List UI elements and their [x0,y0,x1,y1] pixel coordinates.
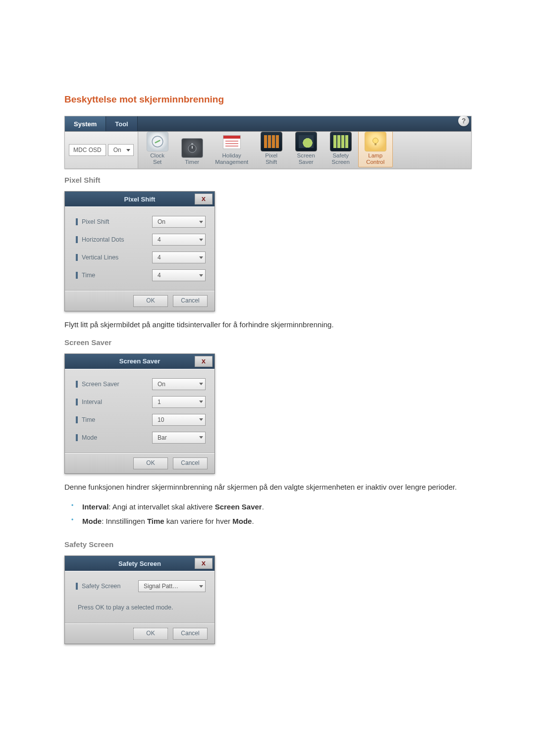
timer-button[interactable]: Timer [175,137,210,167]
holiday-label: Holiday Management [215,152,248,165]
lamp-icon [365,132,386,151]
label-safety-screen: Safety Screen [82,583,138,590]
toolbar-left-group: MDC OSD On [65,132,138,168]
timer-label: Timer [185,159,199,165]
bullet-mode-mid: kan variere for hver [164,517,233,525]
help-icon[interactable]: ? [458,115,469,126]
lamp-control-label: Lamp Control [366,152,384,165]
safety-screen-label: Safety Screen [331,152,349,165]
screen-saver-bullets: Interval: Angi at intervallet skal aktiv… [64,500,471,528]
screen-saver-title-text: Screen Saver [119,357,160,365]
select-interval[interactable]: 1 [152,396,206,408]
ok-button[interactable]: OK [133,457,168,469]
mdc-osd-select[interactable]: On [108,144,134,156]
safety-screen-dialog-body: Safety Screen Signal Patt… Press OK to p… [65,571,214,623]
holiday-management-button[interactable]: Holiday Management [210,131,254,167]
select-safety-screen[interactable]: Signal Patt… [138,580,206,592]
tick-icon [76,583,78,590]
screen-saver-dialog: Screen Saver x Screen Saver On Interval … [64,353,215,474]
bullet-mode-bold3: Mode [232,517,252,525]
row-vertical-lines: Vertical Lines 4 [76,252,206,263]
row-mode: Mode Bar [76,432,206,444]
select-horizontal-dots[interactable]: 4 [152,234,206,246]
timer-icon [181,138,203,158]
bullet-interval: Interval: Angi at intervallet skal aktiv… [68,500,471,514]
row-time: Time 10 [76,414,206,426]
tick-icon [76,416,78,423]
safety-screen-dialog-footer: OK Cancel [65,623,214,644]
bullet-interval-tail: . [262,503,264,511]
select-time[interactable]: 10 [152,414,206,426]
bullet-mode-bold: Mode [82,517,102,525]
row-screen-saver: Screen Saver On [76,378,206,390]
row-time: Time 4 [76,269,206,281]
pixel-shift-dialog-title: Pixel Shift x [65,192,214,206]
screen-saver-button[interactable]: Screen Saver [289,130,323,167]
label-vertical-lines: Vertical Lines [82,254,152,261]
label-horizontal-dots: Horizontal Dots [82,236,152,243]
select-pixel-shift[interactable]: On [152,216,206,228]
svg-rect-4 [374,143,376,145]
cancel-button[interactable]: Cancel [173,457,208,469]
close-icon[interactable]: x [195,558,213,569]
clock-set-button[interactable]: Clock Set [140,130,175,167]
bullet-interval-bold2: Screen Saver [215,503,262,511]
tab-system[interactable]: System [65,116,106,131]
clock-set-label: Clock Set [150,152,164,165]
cancel-button[interactable]: Cancel [173,295,208,307]
mdc-osd-label: MDC OSD [69,144,106,156]
tick-icon [76,272,78,279]
svg-rect-2 [191,143,193,145]
select-screen-saver[interactable]: On [152,378,206,390]
pixel-shift-dialog: Pixel Shift x Pixel Shift On Horizontal … [64,191,215,311]
lamp-control-button[interactable]: Lamp Control [358,130,393,167]
pixel-shift-dialog-body: Pixel Shift On Horizontal Dots 4 Vertica… [65,206,214,291]
bullet-mode-tail: . [252,517,254,525]
tick-icon [76,254,78,261]
clock-icon [147,132,168,151]
screen-saver-heading: Screen Saver [64,338,471,347]
label-interval: Interval [82,399,152,405]
close-icon[interactable]: x [195,194,213,204]
bullet-mode: Mode: Innstillingen Time kan variere for… [68,514,471,529]
select-vertical-lines[interactable]: 4 [152,252,206,263]
safety-screen-button[interactable]: Safety Screen [323,130,358,167]
screen-saver-dialog-footer: OK Cancel [65,453,214,473]
cancel-button[interactable]: Cancel [173,628,208,640]
bullet-mode-bold2: Time [147,517,164,525]
row-horizontal-dots: Horizontal Dots 4 [76,234,206,246]
svg-point-3 [373,138,378,143]
toolbar-body: MDC OSD On Clock Set Timer [65,132,471,168]
pixel-shift-icon [261,132,282,151]
pixel-shift-label: Pixel Shift [265,152,277,165]
ok-button[interactable]: OK [133,628,168,640]
select-time[interactable]: 4 [152,269,206,281]
row-pixel-shift: Pixel Shift On [76,216,206,228]
toolbar-panel: System Tool ? MDC OSD On Clock Set [64,116,472,169]
section-title: Beskyttelse mot skjerminnbrenning [64,94,471,105]
safety-screen-icon [330,132,352,151]
toolbar-tabs: System Tool ? [65,116,471,132]
tick-icon [76,236,78,243]
select-mode[interactable]: Bar [152,432,206,444]
bullet-interval-bold: Interval [82,503,108,511]
safety-screen-heading: Safety Screen [64,540,471,549]
tab-tool[interactable]: Tool [106,116,137,131]
pixel-shift-dialog-footer: OK Cancel [65,291,214,311]
safety-screen-mode-text: Press OK to play a selected mode. [76,601,206,616]
safety-screen-dialog-title: Safety Screen x [65,556,214,571]
bullet-mode-text: : Innstillingen [102,517,147,525]
label-time: Time [82,416,152,423]
tick-icon [76,218,78,225]
bullet-interval-text: : Angi at intervallet skal aktivere [108,503,214,511]
label-time: Time [82,272,152,279]
row-safety-screen: Safety Screen Signal Patt… [76,580,206,592]
screen-saver-label: Screen Saver [297,152,315,165]
pixel-shift-button[interactable]: Pixel Shift [254,130,289,167]
toolbar-buttons: Clock Set Timer Holiday Management Pixel… [138,132,471,168]
tick-icon [76,434,78,441]
close-icon[interactable]: x [195,356,213,367]
label-mode: Mode [82,434,152,441]
ok-button[interactable]: OK [133,295,168,307]
label-pixel-shift: Pixel Shift [82,218,152,225]
